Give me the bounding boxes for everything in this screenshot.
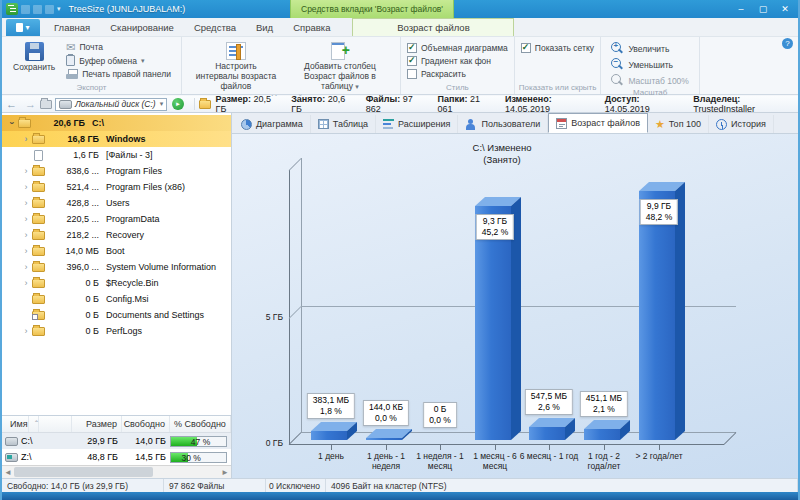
checkbox-colorize[interactable]: Раскрасить (407, 69, 508, 79)
drive-list-header: Имя ˆ Размер Свободно % Свободно (2, 416, 231, 433)
tree-item[interactable]: ›20,6 ГБC:\ (2, 115, 231, 131)
expander-icon[interactable]: › (20, 198, 32, 208)
column-size[interactable]: Размер (72, 416, 122, 432)
checkbox-3d-chart[interactable]: Объемная диаграмма (407, 43, 508, 53)
tree-item[interactable]: ›220,5 ...ProgramData (2, 211, 231, 227)
qat-save-icon[interactable] (21, 5, 30, 14)
tab-home[interactable]: Главная (44, 18, 100, 36)
expander-icon[interactable]: › (20, 262, 32, 272)
folder-icon (32, 167, 45, 176)
expander-icon[interactable]: › (20, 230, 32, 240)
expander-icon[interactable]: › (20, 278, 32, 288)
stat-размер: Размер: 20,5 ГБ (216, 94, 281, 114)
scrollbar-thumb[interactable] (14, 467, 153, 477)
minimize-button[interactable]: – (730, 1, 752, 17)
tab-users[interactable]: Пользователи (458, 115, 548, 133)
expander-icon[interactable]: › (20, 134, 32, 144)
age-bar[interactable] (529, 427, 565, 440)
back-button[interactable]: ← (2, 98, 21, 110)
parent-folder-icon[interactable] (40, 100, 52, 109)
bar-value-label: 9,3 ГБ45,2 % (476, 214, 514, 240)
zoom-in-button[interactable]: +Увеличить (607, 41, 692, 56)
tree-item[interactable]: ›396,0 ...System Volume Information (2, 259, 231, 275)
file-menu-button[interactable]: ▾ (6, 19, 40, 36)
tree-item[interactable]: ›0 Б$Recycle.Bin (2, 275, 231, 291)
tab-extensions[interactable]: Расширения (376, 115, 458, 133)
folder-icon (32, 199, 45, 208)
expander-icon[interactable]: › (20, 246, 32, 256)
item-name: System Volume Information (106, 262, 216, 272)
print-right-panel-button[interactable]: Печать правой панели (62, 68, 175, 80)
column-name[interactable]: Имя ˆ (2, 416, 72, 432)
tab-chart[interactable]: Диаграмма (234, 115, 311, 133)
tree-item[interactable]: ›838,6 ...Program Files (2, 163, 231, 179)
free-percent-bar: 30 % (170, 452, 227, 463)
tab-scan[interactable]: Сканирование (100, 18, 184, 36)
tab-top100[interactable]: ★Топ 100 (648, 115, 709, 133)
drive-name-cell: Z:\ (2, 452, 72, 462)
y-axis-back (301, 158, 302, 432)
column-free-percent[interactable]: % Свободно (170, 416, 231, 432)
tree-item[interactable]: ›14,0 МБBoot (2, 243, 231, 259)
scroll-left-icon[interactable]: ◄ (2, 468, 14, 477)
tab-history[interactable]: История (709, 115, 774, 133)
age-bar[interactable] (639, 191, 675, 440)
drive-row[interactable]: Z:\48,8 ГБ14,5 ГБ30 % (2, 449, 231, 465)
tree-item[interactable]: 1,6 ГБ[Файлы - 3] (2, 147, 231, 163)
expander-icon[interactable]: › (20, 326, 32, 336)
ribbon-group-settings: Настроить интервалы возраста файлов Доба… (182, 37, 401, 94)
app-icon[interactable] (6, 3, 18, 15)
tree-item[interactable]: ›0 БPerfLogs (2, 323, 231, 339)
mail-button[interactable]: ✉Почта (62, 41, 175, 53)
start-scan-button[interactable]: ► (172, 98, 183, 110)
expander-icon[interactable]: › (20, 182, 32, 192)
help-icon[interactable]: ? (782, 38, 793, 49)
configure-intervals-button[interactable]: Настроить интервалы возраста файлов (188, 40, 284, 93)
treesize-window: ▾ TreeSize (JUNLAJUBALAM:) Средства вкла… (0, 0, 800, 500)
close-button[interactable]: ✕ (774, 1, 796, 17)
tab-help[interactable]: Справка (283, 18, 340, 36)
add-age-column-button[interactable]: Добавить столбец Возраст файлов в таблиц… (286, 40, 394, 93)
tab-file-ages-view[interactable]: Возраст файлов (548, 113, 648, 133)
tree-item[interactable]: 0 БConfig.Msi (2, 291, 231, 307)
age-bar[interactable] (475, 206, 511, 440)
zoom-out-button[interactable]: −Уменьшить (607, 57, 692, 72)
tree-item[interactable]: ›428,8 ...Users (2, 195, 231, 211)
column-free[interactable]: Свободно (122, 416, 170, 432)
drive-row[interactable]: C:\29,9 ГБ14,0 ГБ47 % (2, 433, 231, 449)
qat-scan-icon[interactable] (33, 5, 42, 14)
add-column-icon (330, 42, 350, 60)
age-bar[interactable] (584, 429, 620, 440)
save-button[interactable]: Сохранить (8, 40, 60, 75)
qat-options-icon[interactable] (45, 5, 54, 14)
folder-icon (32, 279, 45, 288)
tree-item[interactable]: ›521,4 ...Program Files (x86) (2, 179, 231, 195)
context-tab-group-header: Средства вкладки 'Возраст файлов' (290, 0, 454, 18)
local-disk-icon (5, 437, 18, 446)
tree-item[interactable]: ›16,8 ГБWindows (2, 131, 231, 147)
expander-icon[interactable]: › (20, 214, 32, 224)
checkbox-gradient-background[interactable]: Градиент как фон (407, 56, 508, 66)
tab-tools[interactable]: Средства (184, 18, 246, 36)
tree-item[interactable]: ›218,2 ...Recovery (2, 227, 231, 243)
qat-dropdown-icon[interactable]: ▾ (57, 5, 61, 14)
zoom-100-icon (611, 74, 624, 87)
checkbox-show-grid[interactable]: Показать сетку (521, 43, 594, 53)
tab-file-ages[interactable]: Возраст файлов (352, 18, 514, 36)
tab-details[interactable]: Таблица (311, 115, 376, 133)
scroll-right-icon[interactable]: ► (219, 468, 231, 477)
users-icon (465, 119, 477, 130)
tree-item[interactable]: 0 БDocuments and Settings (2, 307, 231, 323)
x-category-label: > 2 года/лет (621, 452, 697, 462)
drive-selector[interactable]: Локальный диск (C:) ▾ (55, 98, 167, 111)
forward-button[interactable]: → (21, 98, 40, 110)
tab-view[interactable]: Вид (246, 18, 283, 36)
horizontal-scrollbar[interactable]: ◄ ► (2, 465, 231, 478)
age-bar[interactable] (366, 438, 402, 440)
expander-icon[interactable]: › (7, 117, 17, 129)
age-bar[interactable] (311, 431, 347, 440)
clipboard-button[interactable]: Буфер обмена▾ (62, 54, 175, 67)
checkbox-icon (407, 43, 417, 53)
expander-icon[interactable]: › (20, 166, 32, 176)
maximize-button[interactable]: ▢ (752, 1, 774, 17)
